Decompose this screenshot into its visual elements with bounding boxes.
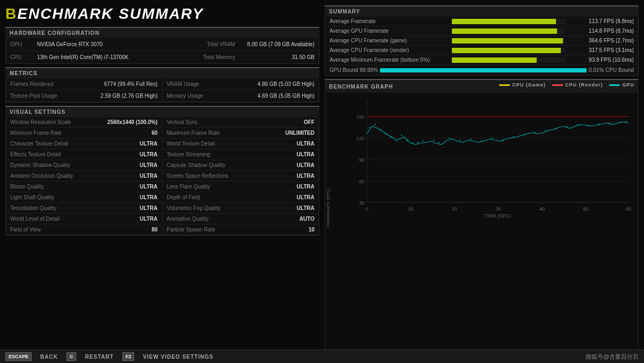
svg-point-43	[555, 128, 557, 129]
summary-section-header: SUMMARY	[325, 5, 639, 17]
setting-cell: Tessellation QualityULTRA	[6, 203, 163, 214]
svg-text:60: 60	[359, 179, 364, 184]
setting-cell: Minimum Frame Rate60	[6, 128, 163, 139]
svg-point-34	[459, 140, 461, 141]
svg-point-28	[412, 143, 413, 144]
memory-value: 31.50 GB	[239, 54, 314, 60]
page-title: BENCHMARK SUMMARY	[5, 5, 319, 23]
setting-cell: Vertical SyncOFF	[163, 117, 319, 128]
svg-point-24	[385, 133, 386, 135]
summary-row: Average CPU Framerate (game) 364.6 FPS (…	[325, 36, 638, 46]
legend-item: CPU (Render)	[552, 82, 603, 88]
svg-point-50	[625, 121, 627, 123]
setting-cell: World Level of DetailULTRA	[6, 214, 163, 224]
svg-text:90: 90	[359, 157, 364, 163]
svg-text:10: 10	[408, 206, 413, 212]
bottom-bar: ESCAPE BACK C RESTART F2 VIEW VIDEO SETT…	[0, 350, 644, 363]
setting-cell: Bloom QualityULTRA	[6, 182, 163, 192]
svg-point-25	[390, 136, 392, 138]
svg-point-45	[577, 125, 579, 126]
vram-value: 8.00 GB (7.09 GB Available)	[239, 41, 314, 47]
svg-text:30: 30	[359, 200, 364, 206]
metric-cell: VRAM Usage4.86 GB (5.03 GB High)	[163, 78, 319, 90]
svg-text:50: 50	[583, 206, 589, 212]
svg-text:30: 30	[495, 206, 501, 212]
summary-row: Average Minimum Framerate (bottom 5%) 93…	[325, 55, 638, 65]
y-axis-label: FRAMERATE (FPS)	[326, 189, 331, 228]
setting-cell: World Texture DetailULTRA	[163, 139, 319, 149]
f2-badge[interactable]: F2	[122, 352, 135, 361]
svg-text:40: 40	[539, 206, 545, 212]
gpu-value: NVIDIA GeForce RTX 3070	[37, 41, 186, 47]
legend-item: CPU (Game)	[499, 82, 546, 88]
svg-point-23	[379, 129, 381, 131]
setting-cell: Effects Texture DetailULTRA	[6, 149, 163, 160]
summary-row: Average CPU Framerate (render) 317.5 FPS…	[325, 46, 638, 55]
svg-point-39	[513, 136, 515, 138]
svg-point-48	[609, 122, 611, 124]
gpu-label: GPU	[10, 41, 37, 47]
setting-cell: Lens Flare QualityULTRA	[163, 182, 319, 192]
metrics-section-header: METRICS	[5, 67, 319, 78]
svg-point-35	[470, 139, 472, 140]
legend-item: GPU	[609, 82, 634, 88]
svg-text:0: 0	[365, 206, 368, 212]
setting-cell: Window Resolution Scale2560x1440 (100.0%…	[6, 117, 163, 128]
svg-point-22	[374, 124, 376, 126]
svg-point-33	[449, 137, 450, 139]
svg-text:150: 150	[356, 114, 364, 120]
setting-cell: Character Texture DetailULTRA	[6, 139, 163, 149]
memory-label: Total Memory	[186, 54, 239, 60]
cpu-label: CPU	[10, 54, 37, 60]
visual-settings-header: VISUAL SETTINGS	[5, 106, 319, 117]
summary-row: Average GPU Framerate 114.8 FPS (8.7ms)	[325, 26, 638, 36]
svg-text:TIME (SEC): TIME (SEC)	[485, 213, 510, 219]
escape-badge[interactable]: ESCAPE	[5, 352, 32, 361]
setting-cell: Particle Spawn Rate10	[163, 224, 319, 235]
svg-point-32	[438, 142, 440, 143]
setting-cell: Field of View80	[6, 224, 163, 235]
watermark: 搜狐号@含量百分百	[586, 353, 639, 361]
svg-point-37	[492, 137, 493, 139]
c-badge[interactable]: C	[67, 352, 77, 361]
video-settings-action: VIEW VIDEO SETTINGS	[143, 354, 213, 360]
svg-point-44	[566, 127, 568, 128]
cpu-value: 13th Gen Intel(R) Core(TM) i7-13700K	[37, 54, 186, 60]
svg-point-26	[401, 135, 402, 136]
svg-text:20: 20	[452, 206, 457, 212]
setting-cell: Light Shaft QualityULTRA	[6, 192, 163, 203]
svg-text:60: 60	[626, 206, 631, 212]
svg-point-40	[524, 134, 525, 136]
setting-cell: Maximum Frame RateUNLIMITED	[163, 128, 319, 139]
svg-point-29	[417, 142, 419, 143]
svg-point-49	[620, 122, 621, 124]
svg-point-27	[406, 140, 408, 142]
graph-section-header: BENCHMARK GRAPH CPU (Game)CPU (Render)GP…	[325, 79, 639, 93]
svg-point-47	[598, 124, 600, 125]
restart-action: RESTART	[85, 354, 113, 360]
setting-cell: Depth of FieldULTRA	[163, 192, 319, 203]
back-action: BACK	[40, 354, 58, 360]
setting-cell: Screen Space ReflectionsULTRA	[163, 171, 319, 182]
metric-cell: Texture Pool Usage2.59 GB (2.76 GB High)	[6, 90, 163, 102]
vram-label: Total VRAM	[186, 41, 239, 47]
setting-cell: Volumetric Fog QualityULTRA	[163, 203, 319, 214]
svg-point-41	[535, 132, 536, 134]
svg-point-38	[502, 140, 504, 141]
metric-cell: Memory Usage4.69 GB (5.05 GB High)	[163, 90, 319, 102]
svg-point-46	[588, 125, 589, 127]
svg-text:120: 120	[356, 136, 364, 141]
svg-point-21	[369, 127, 370, 128]
metric-cell: Frames Rendered6774 (99.4% Full Res)	[6, 78, 163, 90]
hardware-section-header: HARDWARE CONFIGURATION	[5, 27, 319, 38]
setting-cell: Dynamic Shadow QualityULTRA	[6, 160, 163, 171]
svg-point-42	[545, 130, 546, 132]
svg-point-30	[422, 140, 424, 142]
svg-point-31	[433, 140, 435, 141]
setting-cell: Ambient Occlusion QualityULTRA	[6, 171, 163, 182]
setting-cell: Texture StreamingULTRA	[163, 149, 319, 160]
svg-point-36	[481, 141, 482, 142]
bound-row: GPU Bound 99.99% 0.01% CPU Bound	[325, 65, 638, 75]
setting-cell: Animation QualityAUTO	[163, 214, 319, 224]
setting-cell: Capsule Shadow QualityULTRA	[163, 160, 319, 171]
